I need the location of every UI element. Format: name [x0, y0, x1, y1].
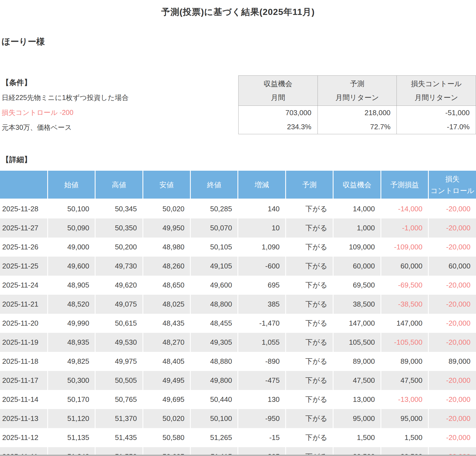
table-cell: 49,530: [95, 333, 143, 352]
table-cell: -51,000: [397, 106, 476, 120]
table-cell: -20,000: [429, 314, 476, 333]
table-cell: 50,070: [191, 218, 238, 238]
table-cell: -20,000: [429, 371, 476, 390]
column-header: [0, 171, 47, 199]
table-cell: 2025-11-13: [0, 409, 47, 428]
table-row: 2025-11-1750,30050,50549,49549,800-475下が…: [0, 371, 476, 390]
table-cell: 69,500: [333, 276, 381, 295]
table-cell: 下がる: [285, 314, 333, 333]
table-cell: 385: [238, 295, 285, 314]
table-cell: 60,000: [429, 257, 476, 276]
table-row: 234.3%72.7%-17.0%: [239, 120, 476, 134]
table-cell: 1,500: [381, 428, 428, 447]
column-header: 収益機会: [333, 171, 381, 199]
table-row: 2025-11-2148,52049,07548,02548,800385下がる…: [0, 295, 476, 314]
table-cell: 下がる: [285, 371, 333, 390]
conditions-section: 【条件】 日経225先物ミニに1枚ずつ投資した場合 損失コントロール -200 …: [2, 75, 129, 135]
table-cell: -20,000: [429, 390, 476, 409]
table-cell: 51,265: [191, 428, 238, 447]
table-cell: 2025-11-26: [0, 238, 47, 257]
table-row: 2025-11-2549,60049,73048,26049,105-600下が…: [0, 257, 476, 276]
table-cell: 1,500: [333, 428, 381, 447]
table-cell: 49,975: [95, 352, 143, 371]
detail-table-header: 始値高値安値終値増減予測収益機会予測損益損失 コントロール: [0, 171, 476, 199]
table-cell: 1,000: [333, 218, 381, 238]
table-cell: 140: [238, 199, 285, 219]
conditions-line-investment: 日経225先物ミニに1枚ずつ投資した場合: [2, 90, 129, 105]
table-row: 703,000218,000-51,000: [239, 106, 476, 120]
table-cell: 49,600: [191, 276, 238, 295]
detail-section-label: 【詳細】: [2, 155, 31, 165]
table-cell: -105,500: [381, 333, 428, 352]
table-cell: 50,020: [143, 409, 190, 428]
table-cell: 下がる: [285, 333, 333, 352]
column-header: 増減: [238, 171, 285, 199]
table-cell: 50,285: [191, 199, 238, 219]
table-cell: 695: [238, 276, 285, 295]
table-cell: 48,905: [47, 276, 95, 295]
table-cell: -13,000: [381, 390, 428, 409]
table-cell: 下がる: [285, 409, 333, 428]
column-header: 予測 月間リターン: [318, 76, 397, 106]
table-cell: -109,000: [381, 238, 428, 257]
table-cell: 48,980: [143, 238, 190, 257]
table-cell: 38,500: [333, 295, 381, 314]
summary-table: 収益機会 月間予測 月間リターン損失コントール 月間リターン 703,00021…: [238, 75, 476, 134]
table-cell: 47,500: [381, 371, 428, 390]
conditions-label: 【条件】: [2, 75, 129, 90]
table-cell: -950: [238, 409, 285, 428]
table-row: 収益機会 月間予測 月間リターン損失コントール 月間リターン: [239, 76, 476, 106]
table-cell: 14,000: [333, 199, 381, 219]
table-row: 2025-11-2049,99050,61548,43548,455-1,470…: [0, 314, 476, 333]
table-cell: 51,120: [47, 409, 95, 428]
table-cell: 下がる: [285, 257, 333, 276]
table-cell: 下がる: [285, 390, 333, 409]
table-cell: 89,000: [429, 352, 476, 371]
table-cell: -20,000: [429, 276, 476, 295]
table-cell: 49,825: [47, 352, 95, 371]
table-cell: 89,000: [381, 352, 428, 371]
table-cell: 下がる: [285, 238, 333, 257]
table-cell: 109,000: [333, 238, 381, 257]
table-cell: 234.3%: [239, 120, 318, 134]
table-row: 2025-11-2649,00050,20048,98050,1051,090下…: [0, 238, 476, 257]
column-header: 安値: [143, 171, 190, 199]
table-cell: -20,000: [429, 295, 476, 314]
table-cell: 50,300: [47, 371, 95, 390]
table-cell: 50,350: [95, 218, 143, 238]
page-title: 予測(投票)に基づく結果(2025年11月): [0, 6, 476, 18]
table-cell: 48,025: [143, 295, 190, 314]
column-header: 収益機会 月間: [239, 76, 318, 106]
customer-name: ほーりー様: [2, 36, 45, 48]
table-cell: 50,765: [95, 390, 143, 409]
table-cell: 47,500: [333, 371, 381, 390]
table-cell: 2025-11-25: [0, 257, 47, 276]
summary-table-body: 703,000218,000-51,000234.3%72.7%-17.0%: [239, 106, 476, 134]
table-cell: -475: [238, 371, 285, 390]
table-cell: 下がる: [285, 352, 333, 371]
table-cell: 95,000: [381, 409, 428, 428]
table-cell: -890: [238, 352, 285, 371]
table-cell: 50,105: [191, 238, 238, 257]
table-cell: 50,615: [95, 314, 143, 333]
table-cell: -17.0%: [397, 120, 476, 134]
table-cell: 50,440: [191, 390, 238, 409]
table-cell: 49,305: [191, 333, 238, 352]
conditions-line-loss-control: 損失コントロール -200: [2, 105, 129, 120]
column-header: 始値: [47, 171, 95, 199]
table-cell: 50,020: [143, 199, 190, 219]
table-cell: -20,000: [429, 218, 476, 238]
table-cell: 72.7%: [318, 120, 397, 134]
table-cell: -20,000: [429, 238, 476, 257]
table-cell: 2025-11-12: [0, 428, 47, 447]
table-cell: -69,500: [381, 276, 428, 295]
column-header: 終値: [191, 171, 238, 199]
table-cell: 49,105: [191, 257, 238, 276]
table-cell: 60,000: [333, 257, 381, 276]
table-cell: 48,455: [191, 314, 238, 333]
table-cell: 2025-11-27: [0, 218, 47, 238]
table-cell: -15: [238, 428, 285, 447]
table-row: 2025-11-1948,93549,53048,27049,3051,055下…: [0, 333, 476, 352]
conditions-line-principal: 元本30万、価格ベース: [2, 120, 129, 135]
table-cell: -20,000: [429, 428, 476, 447]
